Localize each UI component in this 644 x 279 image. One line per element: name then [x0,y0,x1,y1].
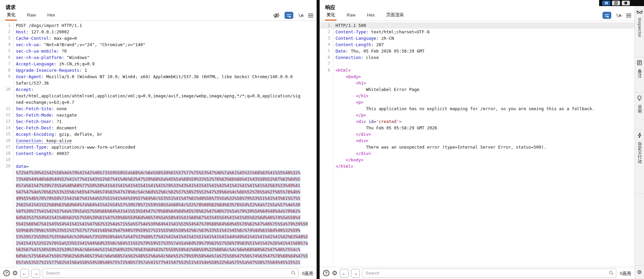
code-line[interactable]: 3Content-Language: zh-CN [320,35,635,41]
code-line[interactable]: 6sec-ch-ua-platform: "Windows" [0,54,317,61]
request-tab-hex[interactable]: Hex [46,11,56,21]
response-tab-raw[interactable]: Raw [345,11,357,21]
code-line[interactable]: </div> [320,150,635,157]
code-line[interactable]: 12Sec-Fetch-Mode: navigate [0,112,317,118]
sidebar-item-inspector[interactable]: Inspector [635,7,644,57]
sidebar-item-label: 说明 [637,105,642,114]
sidebar-settings[interactable]: ⚙ [635,265,644,279]
code-line[interactable]: 20data= [0,163,317,169]
code-line[interactable]: 5Date: Thu, 05 Feb 2026 05:58:29 GMT [320,48,635,54]
code-line[interactable]: %63%67%41%36%59%32%39%74%4c%6e%4e%31%62%… [0,246,317,253]
response-search-input[interactable] [362,269,616,278]
code-line[interactable]: <h1> [320,80,635,86]
menu-icon[interactable] [308,13,313,18]
code-line[interactable]: 2Host: 127.0.0.1:29002 [0,29,317,35]
code-line[interactable]: 5%41%66%67%41%45%54%41%41%41%47%62%32%4a… [0,221,317,227]
code-line[interactable]: 7 [320,61,635,67]
help-button[interactable]: ? [3,270,10,276]
sidebar-item-custom-actions[interactable]: 自定义行动 [635,130,644,194]
sidebar-item-explanation[interactable]: 说明 [635,93,644,130]
code-line[interactable]: </body> [320,157,635,163]
code-line[interactable]: ned-exchange;v=b3;q=0.7 [0,99,317,105]
code-line[interactable]: 6%7a%53%57%31%77%62%41%6a%58%54%38%46%75… [0,259,317,266]
code-line[interactable]: 6d%63%37%54%41%41%4b%62%57%56%30%61%47%3… [0,214,317,221]
code-line[interactable]: </h1> [320,93,635,99]
line-number: 8 [320,67,333,73]
settings-button[interactable]: ⚙ [332,270,338,276]
code-line[interactable]: Whitelabel Error Page [320,86,635,93]
line-number: 3 [320,35,333,41]
code-line[interactable]: 5sec-ch-ua-mobile: ?0 [0,48,317,54]
code-line[interactable]: %47%47%4e%76%62%53%35%6c%65%47%46%74%63%… [0,189,317,195]
code-line[interactable]: </p> [320,112,635,118]
code-line[interactable]: There was an unexpected error (type=Inte… [320,144,635,150]
settings-button[interactable]: ⚙ [12,270,18,276]
code-line[interactable]: 11Sec-Fetch-Site: none [0,105,317,112]
word-wrap-toggle[interactable] [602,12,611,19]
code-line[interactable]: 6%7a%61%47%39%73%5a%48%68%77%50%30%41%41… [0,182,317,189]
code-line[interactable]: This application has no explicit mapping… [320,105,635,112]
code-line[interactable]: 9User-Agent: Mozilla/5.0 (Windows NT 10.… [0,73,317,80]
code-line[interactable]: 1POST /dogs/import HTTP/1.1 [0,22,317,29]
request-tab-pretty[interactable]: 美化 [5,9,17,21]
panel-splitter[interactable] [317,0,320,279]
code-line[interactable]: 14Sec-Fetch-Dest: document [0,125,317,131]
code-line[interactable]: </html> [320,163,635,169]
code-line[interactable]: 8Upgrade-Insecure-Requests: 1 [0,67,317,73]
eye-off-icon[interactable] [273,13,280,18]
code-line[interactable]: 15Accept-Encoding: gzip, deflate, br [0,131,317,137]
pause-button[interactable] [602,1,610,5]
response-tab-render[interactable]: 页面渲染 [385,9,405,21]
request-tab-raw[interactable]: Raw [26,11,37,21]
code-line[interactable]: 3Cache-Control: max-age=0 [0,35,317,41]
word-wrap-toggle[interactable] [285,12,293,19]
code-line[interactable]: 6Connection: close [320,54,635,61]
newline-icon[interactable]: \n [616,13,621,18]
code-line[interactable]: <div id='created'> [320,118,635,125]
code-line[interactable]: 19 [0,157,317,163]
search-back-button[interactable]: ← [340,269,349,278]
request-code-editor[interactable]: 1POST /dogs/import HTTP/1.12Host: 127.0.… [0,21,317,267]
code-line[interactable]: %72%4f%30%41%42%58%4e%79%41%42%46%71%59%… [0,169,317,176]
code-line[interactable]: 73%48%44%46%6d%44%52%41%77%41%43%52%67%4… [0,176,317,182]
code-line[interactable]: 1HTTP/1.1 500 [320,22,635,29]
code-line[interactable]: 17Content-Type: application/x-www-form-u… [0,144,317,150]
code-line[interactable]: 4sec-ch-ua: "Not=A?Brand";v="24", "Chrom… [0,41,317,48]
response-tab-hex[interactable]: Hex [366,11,376,21]
code-line[interactable]: text/html,application/xhtml+xml,applicat… [0,93,317,99]
code-line[interactable]: Safari/537.36 [0,80,317,86]
code-line[interactable]: 2Content-Type: text/html;charset=UTF-8 [320,29,635,35]
code-line[interactable]: <p> [320,99,635,105]
response-tab-pretty[interactable]: 美化 [325,9,337,21]
code-line[interactable]: Thu Feb 05 05:58:29 GMT 2026 [320,125,635,131]
code-line[interactable]: 2%62%41%41%52%68%63%6d%64%7a%64%41%41%54… [0,202,317,208]
menu-button[interactable] [612,1,620,5]
code-line[interactable]: %59%6d%70%6c%59%33%51%37%57%77%41%4b%63%… [0,227,317,234]
code-line[interactable]: 10Accept: [0,86,317,93]
sidebar-item-notes[interactable]: 备注 [635,57,644,93]
code-line[interactable]: 53%39%73%59%57%35%6e%4c%30%4e%73%59%58%4… [0,234,317,240]
code-line[interactable]: 16Connection: keep-alive [0,137,317,144]
response-code-editor[interactable]: 1HTTP/1.1 5002Content-Type: text/html;ch… [320,21,635,267]
code-line[interactable]: 7Accept-Language: zh-CN,zh;q=0.9 [0,61,317,67]
line-number: 14 [0,125,14,131]
code-line[interactable]: 49%55%4b%76%70%58%71%41%67%41%4a%53%51%4… [0,195,317,202]
menu-icon[interactable] [626,13,631,18]
search-forward-button[interactable]: → [31,269,40,278]
search-back-button[interactable]: ← [20,269,29,278]
code-line[interactable]: <div> [320,137,635,144]
code-line[interactable]: 1%41%41%32%52%76%5a%33%51%41%44%6d%35%6c… [0,240,317,246]
code-line[interactable]: 8<html> [320,67,635,73]
request-search-input[interactable] [43,269,298,278]
code-line[interactable]: </div> [320,131,635,137]
code-line[interactable]: <body> [320,73,635,80]
code-line[interactable]: 4Content-Length: 287 [320,41,635,48]
code-line[interactable]: %4f%30%77%41%42%57%4a%79%5a%57%56%6b%64%… [0,208,317,214]
stop-button[interactable] [622,1,630,5]
code-line[interactable]: 13Sec-Fetch-User: ?1 [0,118,317,125]
code-line[interactable]: 6d%6c%75%64%47%56%79%62%6d%46%73%4c%6e%6… [0,253,317,259]
search-forward-button[interactable]: → [351,269,360,278]
code-line[interactable]: 18Content-Length: 40037 [0,150,317,157]
help-button[interactable]: ? [323,270,329,276]
newline-icon[interactable]: \n [298,13,303,18]
